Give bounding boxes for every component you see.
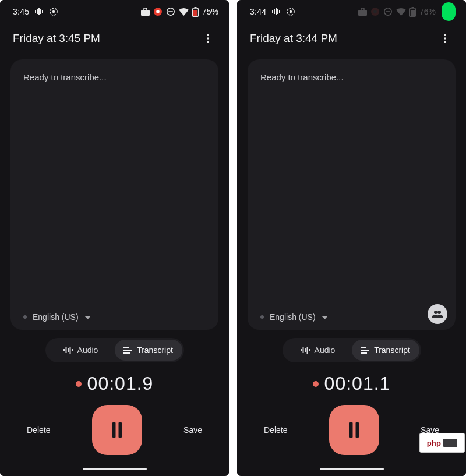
people-icon: [432, 310, 443, 318]
page-title: Friday at 3:45 PM: [13, 32, 100, 45]
record-dot-icon: [76, 381, 82, 387]
privacy-indicator: [442, 2, 456, 21]
svg-rect-54: [309, 349, 310, 351]
tab-transcript[interactable]: Transcript: [115, 340, 182, 361]
delete-button[interactable]: Delete: [264, 425, 287, 435]
svg-point-47: [444, 41, 446, 43]
audio-wave-icon: [301, 347, 310, 354]
dnd-icon: [383, 7, 393, 16]
record-dot-icon: [313, 381, 319, 387]
header: Friday at 3:45 PM: [0, 23, 229, 54]
wifi-icon: [396, 8, 406, 16]
tab-audio[interactable]: Audio: [284, 340, 352, 361]
chevron-down-icon: [84, 312, 91, 322]
clock: 3:45: [13, 7, 29, 16]
timer: 00:01.1: [237, 373, 466, 394]
target-icon: [286, 7, 295, 16]
svg-point-39: [373, 10, 377, 13]
transcript-panel: Ready to transcribe... English (US): [248, 59, 456, 330]
overflow-menu-button[interactable]: [435, 28, 456, 49]
svg-rect-15: [193, 10, 197, 16]
tabs: Audio Transcript: [45, 338, 184, 362]
svg-rect-24: [123, 347, 129, 348]
timer-value: 00:01.1: [324, 373, 391, 394]
svg-point-18: [207, 41, 209, 43]
tabs: Audio Transcript: [283, 338, 421, 362]
save-button[interactable]: Save: [183, 425, 202, 435]
transcript-placeholder: Ready to transcribe...: [260, 72, 443, 82]
waveform-icon: [272, 8, 280, 15]
svg-rect-37: [361, 8, 364, 10]
svg-rect-0: [35, 10, 36, 13]
svg-point-6: [52, 10, 55, 13]
tab-audio-label: Audio: [315, 345, 336, 355]
tab-audio[interactable]: Audio: [47, 340, 115, 361]
transcript-icon: [361, 347, 369, 354]
svg-rect-51: [302, 347, 303, 353]
briefcase-icon: [141, 8, 150, 16]
wifi-icon: [179, 8, 189, 16]
svg-rect-21: [68, 348, 69, 352]
header: Friday at 3:44 PM: [237, 23, 466, 54]
clock: 3:44: [250, 7, 266, 16]
svg-point-49: [437, 311, 441, 314]
svg-point-16: [207, 34, 209, 36]
svg-rect-3: [40, 9, 41, 14]
record-indicator-icon: [153, 7, 163, 16]
briefcase-icon: [358, 8, 367, 16]
phone-left: 3:45 75% Friday at 3:45 PM Ready to tran…: [0, 0, 229, 476]
bullet-icon: [23, 315, 27, 319]
pause-button[interactable]: [329, 405, 379, 455]
language-label: English (US): [270, 312, 316, 322]
language-selector[interactable]: English (US): [23, 312, 206, 322]
nav-handle[interactable]: [83, 468, 147, 470]
watermark: php: [419, 433, 465, 453]
overflow-menu-button[interactable]: [197, 28, 218, 49]
svg-rect-30: [274, 9, 275, 14]
svg-rect-31: [276, 8, 277, 15]
battery-percentage: 75%: [202, 7, 218, 16]
language-label: English (US): [33, 312, 79, 322]
bullet-icon: [260, 315, 264, 319]
pause-button[interactable]: [92, 405, 142, 455]
svg-rect-57: [361, 352, 367, 354]
svg-point-35: [290, 10, 292, 13]
tab-audio-label: Audio: [77, 345, 98, 355]
status-bar: 3:44 76%: [237, 0, 466, 23]
svg-rect-4: [42, 10, 43, 13]
svg-rect-22: [69, 347, 70, 354]
pause-icon: [111, 422, 123, 438]
svg-rect-12: [168, 11, 173, 12]
language-selector[interactable]: English (US): [260, 312, 443, 322]
svg-rect-52: [305, 348, 306, 352]
audio-wave-icon: [63, 347, 73, 354]
transcript-icon: [123, 347, 132, 354]
more-vert-icon: [440, 33, 450, 44]
svg-rect-28: [118, 422, 122, 438]
svg-point-10: [156, 10, 160, 13]
svg-rect-19: [63, 349, 65, 351]
timer-value: 00:01.9: [87, 373, 154, 394]
speaker-labels-button[interactable]: [428, 304, 447, 324]
svg-rect-32: [277, 9, 278, 14]
svg-point-45: [444, 34, 446, 36]
svg-point-17: [207, 37, 209, 40]
tab-transcript[interactable]: Transcript: [352, 340, 419, 361]
controls: Delete Save: [0, 405, 229, 455]
nav-handle[interactable]: [320, 468, 384, 470]
battery-icon: [192, 7, 199, 17]
battery-icon: [409, 7, 416, 17]
chevron-down-icon: [322, 312, 328, 322]
svg-rect-27: [112, 422, 116, 438]
transcript-placeholder: Ready to transcribe...: [23, 72, 206, 82]
svg-rect-8: [144, 8, 147, 10]
svg-rect-29: [272, 10, 273, 13]
svg-rect-41: [386, 11, 390, 12]
target-icon: [49, 7, 58, 16]
delete-button[interactable]: Delete: [27, 425, 50, 435]
tab-transcript-label: Transcript: [137, 345, 173, 355]
svg-point-48: [434, 311, 437, 314]
page-title: Friday at 3:44 PM: [250, 32, 337, 45]
svg-rect-50: [301, 349, 302, 351]
svg-rect-59: [355, 422, 359, 438]
